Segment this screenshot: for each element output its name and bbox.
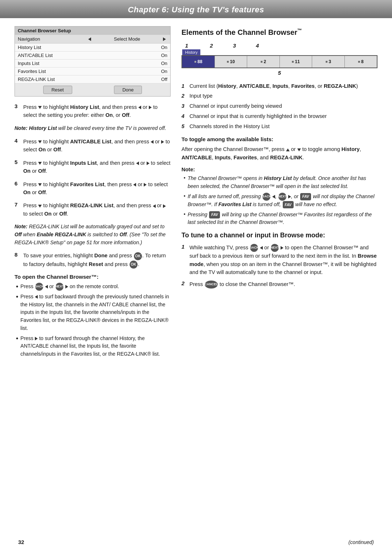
cell-icon-5: ■ — [325, 60, 327, 64]
left-arrow-4 — [151, 140, 154, 144]
down-arrow-5 — [38, 162, 42, 165]
note-bullet-1: • The Channel Browser™ opens in History … — [184, 175, 377, 190]
tune-step-2: 2 Press CANCEL to close the Channel Brow… — [181, 280, 377, 289]
cell-icon-1: ■ — [194, 60, 196, 64]
next-icon-1: NEXT — [56, 283, 64, 291]
left-arrow-open-2 — [35, 295, 38, 299]
bullet-circle-2: • — [184, 193, 185, 200]
row-value-antcable: On — [161, 53, 167, 58]
row-label-favorites: Favorites List — [18, 69, 161, 74]
cb-label-4: 4 — [256, 42, 259, 49]
tune-steps: 1 While watching TV, press BACK or NEXT … — [181, 244, 377, 289]
right-arrow-note — [288, 195, 291, 199]
cb-cells: ■88 ■10 ■2 ■11 ■3 — [182, 56, 377, 68]
back-icon-1: BACK — [35, 283, 43, 291]
elem-text-2: Input type — [189, 92, 213, 100]
left-arrow-7 — [153, 204, 156, 208]
bullet-dot-3: • — [16, 335, 18, 342]
setup-box: Channel Browser Setup Navigation Select … — [15, 26, 171, 97]
fav-icon-note3: FAV — [209, 211, 220, 218]
cb-label-3: 3 — [233, 42, 236, 49]
cb-cell-3: ■3 — [312, 56, 345, 68]
tune-step-text-2: Press CANCEL to close the Channel Browse… — [189, 280, 295, 289]
bullet-item-1: • Press BACK or NEXT on the remote contr… — [16, 283, 171, 291]
row-value-inputs: On — [161, 61, 167, 66]
bullet-text-1: Press BACK or NEXT on the remote control… — [20, 283, 119, 291]
step-5-block: 5 Press to highlight Inputs List, and th… — [15, 159, 171, 175]
cell-icon-2: ■ — [227, 60, 229, 64]
step-6-num: 6 — [15, 180, 21, 187]
elem-text-3: Channel or input currently being viewed — [189, 102, 282, 110]
reset-button[interactable]: Reset — [43, 86, 72, 94]
up-arrow-toggle — [286, 148, 290, 151]
right-arrow-open-3 — [35, 337, 38, 340]
main-content: Channel Browser Setup Navigation Select … — [0, 26, 392, 363]
cb-cell-2: ■2 — [247, 56, 280, 68]
elements-list: 1 Current list (History, ANT/CABLE, Inpu… — [181, 82, 377, 131]
cell-value-1: 88 — [197, 59, 202, 64]
step-5-num: 5 — [15, 159, 21, 165]
setup-nav-row: Navigation Select Mode — [15, 35, 170, 44]
right-arrow-open-1 — [65, 285, 68, 289]
tune-step-1: 1 While watching TV, press BACK or NEXT … — [181, 244, 377, 277]
element-5: 5 Channels stored in the History List — [181, 123, 377, 131]
left-arrow-open-1 — [45, 285, 48, 289]
step-4-block: 4 Press to highlight ANT/CABLE List, and… — [15, 138, 171, 154]
nav-label: Navigation — [18, 36, 87, 42]
elem-num-3: 3 — [181, 102, 187, 110]
row-label-regza: REGZA-LINK List — [18, 77, 161, 82]
next-icon-note: NEXT — [278, 193, 286, 201]
bullet-dot-2: • — [16, 294, 18, 300]
right-arrow-5a — [147, 162, 150, 165]
chapter-header: Chapter 6: Using the TV's features — [0, 0, 392, 18]
cb-label-5: 5 — [278, 70, 281, 76]
cancel-icon-tune: CANCEL — [205, 281, 218, 289]
note-label-right: Note: — [181, 167, 377, 172]
note-2-block: Note: REGZA-LINK List will be automatica… — [15, 223, 171, 246]
step-7-block: 7 Press to highlight REGZA-LINK List, an… — [15, 201, 171, 218]
fav-icon-note2: FAV — [283, 201, 294, 208]
element-3: 3 Channel or input currently being viewe… — [181, 102, 377, 110]
step-4-num: 4 — [15, 138, 21, 144]
cell-icon-6: ■ — [358, 60, 360, 64]
page-number: 32 — [18, 539, 24, 545]
step-7-num: 7 — [15, 201, 21, 208]
step-3-text: Press to highlight History List, and the… — [23, 103, 171, 119]
done-button[interactable]: Done — [114, 86, 142, 94]
setup-row-antcable: ANT/CABLE List On — [15, 52, 170, 60]
nav-left-arrow — [88, 37, 91, 41]
cell-icon-4: ■ — [292, 60, 294, 64]
toggle-text: After opening the Channel Browser™, pres… — [181, 145, 377, 162]
note-bullet-text-2: If all lists are turned off, pressing BA… — [188, 193, 377, 209]
step-6-text: Press to highlight Favorites List, then … — [23, 180, 171, 197]
fav-icon-note: FAV — [300, 193, 311, 200]
row-label-inputs: Inputs List — [18, 61, 161, 66]
next-icon-tune: NEXT — [271, 244, 279, 252]
down-arrow-4 — [38, 140, 42, 143]
elements-heading: Elements of the Channel Browser™ — [181, 28, 377, 37]
cell-value-6: 8 — [361, 59, 364, 64]
elem-num-2: 2 — [181, 92, 187, 100]
left-arrow-3 — [138, 106, 141, 109]
left-arrow-tune — [260, 246, 263, 250]
back-icon-tune: BACK — [250, 244, 258, 252]
row-label-antcable: ANT/CABLE List — [18, 53, 161, 58]
right-arrow-3 — [149, 106, 152, 109]
cb-cell-10: ■10 — [215, 56, 248, 68]
note-bullet-text-3: Pressing FAV will bring up the Channel B… — [188, 211, 377, 226]
back-icon-note: BACK — [262, 193, 270, 201]
down-arrow-3 — [38, 106, 42, 109]
right-arrow-7 — [163, 204, 166, 208]
note-1-block: Note: History List will be cleared every… — [15, 124, 171, 132]
left-arrow-5a — [136, 162, 139, 165]
elem-text-4: Channel or input that is currently highl… — [189, 113, 327, 120]
cb-labels-row: 1 2 3 4 — [181, 42, 377, 49]
setup-row-history: History List On — [15, 44, 170, 52]
left-column: Channel Browser Setup Navigation Select … — [15, 26, 171, 363]
tune-step-text-1: While watching TV, press BACK or NEXT to… — [189, 244, 377, 277]
tune-step-num-1: 1 — [181, 244, 187, 250]
setup-box-title: Channel Browser Setup — [15, 26, 170, 35]
select-mode-label: Select Mode — [93, 36, 162, 42]
cb-history-tab: History — [182, 49, 200, 55]
cell-value-3: 2 — [264, 59, 266, 64]
